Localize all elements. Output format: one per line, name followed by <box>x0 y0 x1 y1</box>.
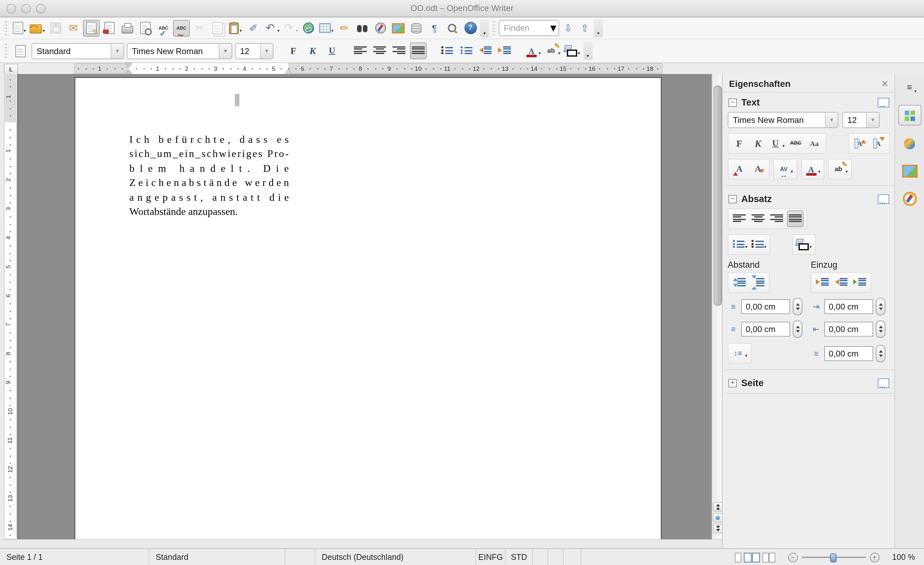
export-pdf-button[interactable] <box>101 19 118 36</box>
font-size-dropdown[interactable]: ▼ <box>260 43 273 58</box>
paragraph-background-button[interactable]: ▾ <box>795 236 812 253</box>
gallery-button[interactable] <box>390 19 406 36</box>
vertical-scrollbar[interactable] <box>712 74 723 539</box>
tab-navigator[interactable] <box>898 189 921 208</box>
tab-styles[interactable] <box>898 134 921 153</box>
highlight-color-button[interactable]: ab▾ <box>831 161 848 178</box>
underline-button[interactable]: U▾ <box>768 135 785 152</box>
decrease-indent-button[interactable] <box>832 274 849 291</box>
subscript-button[interactable]: A <box>870 135 886 152</box>
new-document-button[interactable]: ▾ <box>11 19 28 36</box>
find-replace-button[interactable] <box>354 19 370 36</box>
insert-mode-status[interactable]: EINFG <box>476 549 506 565</box>
right-indent-marker[interactable] <box>285 69 291 74</box>
paragraph-style-combo[interactable]: Standard ▼ <box>32 43 124 59</box>
zoom-level-status[interactable]: 100 % <box>886 549 924 565</box>
align-justify-button[interactable] <box>787 210 804 227</box>
numbered-list-button[interactable] <box>438 42 455 59</box>
vertical-scrollbar-thumb[interactable] <box>714 85 722 306</box>
navigate-by-button[interactable] <box>713 513 723 523</box>
zoom-button[interactable] <box>444 19 461 36</box>
document-text[interactable]: Ich befürchte, dass essich_um_ein_schwie… <box>129 133 289 219</box>
line-spacing-button[interactable]: ↕≡▾ <box>731 345 748 362</box>
zoom-in-button[interactable]: + <box>870 553 879 562</box>
page-dialog-launcher-icon[interactable] <box>878 378 889 388</box>
data-sources-button[interactable] <box>408 19 424 36</box>
increase-spacing-button[interactable] <box>731 274 748 291</box>
redo-dropdown[interactable]: ▾ <box>296 28 298 36</box>
increase-font-size-button[interactable]: A <box>731 161 748 178</box>
find-dropdown[interactable]: ▼ <box>548 22 558 34</box>
align-justify-button[interactable] <box>410 42 427 59</box>
find-input[interactable] <box>500 23 548 33</box>
spacing-below-field[interactable]: 0,00 cm <box>741 322 790 337</box>
spacing-below-stepper[interactable] <box>793 321 802 338</box>
format-toolbar-overflow-button[interactable]: ▾ <box>583 42 592 60</box>
sidebar-font-size-dropdown[interactable]: ▼ <box>866 112 879 127</box>
left-indent-marker[interactable] <box>126 69 132 74</box>
insert-table-dropdown[interactable]: ▾ <box>332 28 334 36</box>
next-page-button[interactable] <box>713 524 723 534</box>
font-color-dropdown[interactable]: ▾ <box>818 169 820 177</box>
email-document-button[interactable]: ✉ <box>65 19 82 36</box>
bold-button[interactable]: F <box>285 42 302 59</box>
sidebar-menu-button[interactable]: ≡ <box>898 77 921 96</box>
zoom-slider-thumb[interactable] <box>830 553 836 562</box>
font-size-combo[interactable]: 12 ▼ <box>235 43 273 59</box>
indent-before-field[interactable]: 0,00 cm <box>824 299 873 314</box>
indent-after-stepper[interactable] <box>876 321 885 338</box>
indent-after-field[interactable]: 0,00 cm <box>824 322 873 337</box>
bullet-list-dropdown[interactable]: ▾ <box>745 244 747 252</box>
font-color-button[interactable]: A▾ <box>804 161 821 178</box>
selection-mode-status[interactable]: STD <box>506 549 533 565</box>
print-preview-button[interactable] <box>137 19 154 36</box>
sidebar-font-size-combo[interactable]: 12 ▼ <box>842 112 880 128</box>
spacing-above-stepper[interactable] <box>793 298 802 315</box>
sidebar-font-name-dropdown[interactable]: ▼ <box>825 112 838 127</box>
first-line-indent-field[interactable]: 0,00 cm <box>824 346 873 361</box>
font-name-combo[interactable]: Times New Roman ▼ <box>127 43 232 59</box>
sidebar-close-icon[interactable]: ✕ <box>881 78 889 89</box>
find-previous-button[interactable]: ⇧ <box>577 19 592 36</box>
background-color-button[interactable]: ▾ <box>564 42 581 59</box>
superscript-button[interactable]: A <box>851 135 868 152</box>
sidebar-font-name-combo[interactable]: Times New Roman ▼ <box>728 112 838 128</box>
italic-button[interactable]: K <box>750 135 766 152</box>
main-toolbar-overflow-button[interactable]: ▾ <box>480 19 489 37</box>
expand-icon[interactable]: + <box>728 379 737 387</box>
font-color-button[interactable]: A▾ <box>524 42 542 59</box>
underline-dropdown[interactable]: ▾ <box>783 144 785 151</box>
text-dialog-launcher-icon[interactable] <box>878 97 889 107</box>
collapse-icon[interactable]: − <box>728 195 737 203</box>
page-section-header[interactable]: + Seite <box>723 373 895 390</box>
highlight-color-dropdown[interactable]: ▾ <box>558 51 561 58</box>
paragraph-dialog-launcher-icon[interactable] <box>878 194 889 204</box>
first-line-indent-marker[interactable] <box>126 63 132 67</box>
previous-page-button[interactable] <box>713 502 723 512</box>
text-section-header[interactable]: − Text <box>723 93 895 109</box>
paragraph-background-dropdown[interactable]: ▾ <box>810 244 812 252</box>
align-left-button[interactable] <box>352 42 369 59</box>
bold-button[interactable]: F <box>731 135 748 152</box>
increase-indent-button[interactable] <box>814 274 831 291</box>
navigator-button[interactable] <box>372 19 388 36</box>
highlight-color-dropdown[interactable]: ▾ <box>846 169 848 177</box>
hyperlink-button[interactable] <box>300 19 316 36</box>
align-right-button[interactable] <box>768 210 785 227</box>
font-color-dropdown[interactable]: ▾ <box>538 51 541 58</box>
tab-stop-selector[interactable]: L <box>4 64 18 75</box>
print-button[interactable] <box>119 19 136 36</box>
document-canvas[interactable]: Ich befürchte, dass essich_um_ein_schwie… <box>17 74 712 539</box>
help-button[interactable] <box>462 19 479 36</box>
language-status[interactable]: Deutsch (Deutschland) <box>315 549 476 565</box>
underline-button[interactable]: U <box>324 42 340 59</box>
paste-button[interactable]: ▾ <box>227 19 244 36</box>
zoom-out-button[interactable]: − <box>788 553 798 562</box>
decrease-spacing-button[interactable] <box>750 274 766 291</box>
paragraph-style-dropdown[interactable]: ▼ <box>111 43 123 58</box>
document-page[interactable]: Ich befürchte, dass essich_um_ein_schwie… <box>75 77 662 539</box>
line-spacing-dropdown[interactable]: ▾ <box>745 353 747 361</box>
auto-spellcheck-button[interactable]: ABC <box>173 19 190 36</box>
strikethrough-button[interactable]: ABC <box>787 135 804 152</box>
character-spacing-dropdown[interactable]: ▾ <box>791 169 793 177</box>
